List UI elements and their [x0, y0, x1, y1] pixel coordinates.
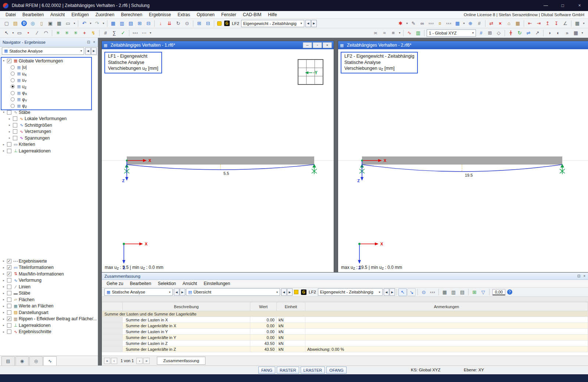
guide-lines-icon[interactable]: ⋯ — [140, 29, 148, 37]
result-component-row[interactable]: ▦ |u| — [0, 64, 98, 71]
expander-icon[interactable]: ▸ — [1, 330, 6, 334]
zoom-values-icon[interactable]: ⊙ — [419, 288, 428, 296]
rotate-object-icon[interactable]: ↻ — [516, 29, 524, 37]
expander-icon[interactable]: ▸ — [1, 298, 6, 301]
separator[interactable] — [78, 20, 78, 27]
separator[interactable] — [52, 30, 52, 36]
table-export-icon[interactable]: ▤ — [127, 19, 135, 27]
redo-icon[interactable]: ↷ — [93, 19, 101, 27]
navigator-header[interactable]: Navigator - Ergebnisse ⊡ × — [0, 38, 98, 47]
result-component-row[interactable]: ▦ uY — [0, 77, 98, 84]
analysis-combo[interactable]: ▦ Statische Analyse ▾ — [104, 288, 173, 296]
tree-item[interactable]: ▸ ▥ Rippen - Effektiver Beitrag auf Fläc… — [0, 316, 98, 322]
separator[interactable] — [397, 289, 397, 295]
next-table-button[interactable]: ▶ — [287, 288, 293, 296]
render-wire-icon[interactable]: ◐ — [554, 29, 563, 37]
menu-item[interactable]: Ergebnisse — [146, 11, 174, 19]
undo-icon[interactable]: ↶ — [80, 19, 89, 27]
sync-view-icon[interactable]: ↘ — [407, 288, 416, 296]
checkbox[interactable] — [7, 278, 11, 282]
expander-icon[interactable]: ▸ — [1, 324, 6, 327]
edit-pen-icon[interactable]: ✎ — [409, 19, 418, 27]
expander-icon[interactable]: ▸ — [7, 130, 12, 133]
insert-node-icon[interactable]: + — [80, 29, 89, 37]
next-analysis-button[interactable]: ▶ — [91, 47, 97, 55]
separator[interactable] — [417, 289, 418, 295]
table-view-combo[interactable]: ▤ Übersicht ▾ — [186, 288, 280, 296]
menu-item[interactable]: Berechnen — [118, 11, 146, 19]
result-component-row[interactable]: ▦ φX — [0, 90, 98, 97]
loadcase-color-chip[interactable] — [217, 21, 222, 26]
load-generator-icon[interactable]: ⇊ — [165, 19, 174, 27]
tree-item[interactable]: ▸ ▱ Flächen — [0, 296, 98, 303]
checkbox[interactable] — [7, 149, 11, 153]
summary-menu-item[interactable]: Gehe zu — [103, 280, 126, 288]
tree-item[interactable]: ▸ ⇅ Max/Min-Informationen — [0, 271, 98, 277]
table-manager-icon[interactable]: ▦ — [109, 19, 118, 27]
next-loadcase-button[interactable]: ▶ — [311, 20, 317, 27]
dlubal-logo-icon[interactable]: D — [21, 21, 27, 26]
checkbox[interactable] — [13, 129, 17, 134]
tree-item[interactable]: ▸ ▬ Stäbe — [0, 290, 98, 297]
radio-button[interactable] — [11, 65, 15, 69]
display-settings-icon[interactable]: ▦ — [573, 19, 582, 27]
prev-page-button[interactable]: ‹ — [111, 358, 117, 364]
checkbox[interactable] — [7, 317, 11, 321]
zoom-values-icon[interactable]: ⊕ — [466, 19, 475, 27]
scale-icon[interactable]: ↗ — [533, 29, 542, 37]
separator[interactable] — [468, 289, 469, 295]
summary-menu-item[interactable]: Selektion — [154, 280, 179, 288]
result-component-row[interactable]: ▦ φY — [0, 96, 98, 103]
radio-button[interactable] — [11, 72, 15, 76]
model-house-icon[interactable]: ⌂ — [505, 19, 513, 27]
lamp-icon[interactable]: ¤ — [436, 19, 444, 27]
result-values-icon[interactable]: x.x.x — [427, 19, 435, 27]
tree-item[interactable]: ▸ ⊥ Lagerreaktionen — [0, 322, 98, 329]
checkbox[interactable] — [7, 59, 11, 63]
expander-icon[interactable]: ▸ — [1, 292, 6, 295]
checkbox[interactable] — [7, 298, 11, 302]
zoom-icon[interactable]: ⊙ — [183, 19, 191, 27]
separator[interactable] — [214, 20, 214, 27]
tree-item[interactable]: ▾ ∿ Stäbe — [0, 109, 98, 116]
result-values-icon[interactable]: x.x.x — [428, 288, 437, 296]
radio-button[interactable] — [11, 97, 15, 101]
radio-button[interactable] — [11, 91, 15, 95]
help-icon[interactable]: ? — [507, 289, 512, 295]
checkbox[interactable] — [7, 329, 11, 334]
new-table-icon[interactable]: ▦ — [453, 19, 462, 27]
checkbox[interactable] — [7, 304, 11, 308]
separator[interactable] — [505, 30, 505, 36]
expander-icon[interactable]: ▾ — [1, 111, 6, 114]
expander-icon[interactable]: ▸ — [1, 311, 6, 314]
move-icon[interactable]: ╋ — [507, 29, 515, 37]
expander-icon[interactable]: ▸ — [7, 117, 12, 120]
table-row[interactable]: Summe der Lagerkräfte in X 0.00 kN — [102, 323, 588, 329]
model-canvas-2[interactable]: 19.5 X Z — [338, 49, 588, 272]
maximize-button[interactable]: □ — [554, 0, 571, 11]
tree-item[interactable]: ▸ ∕ Linien — [0, 284, 98, 290]
new-node-icon[interactable]: • — [24, 29, 33, 37]
window-restore-button[interactable]: ▫ — [313, 42, 322, 48]
tree-item[interactable]: ▸ ∿ Ergebnisschnitte — [0, 329, 98, 335]
generate-member-icon[interactable]: ✳ — [54, 29, 62, 37]
line-hidden-icon[interactable]: ≍ — [372, 29, 380, 37]
favorites-icon[interactable]: ✱ — [397, 19, 405, 27]
line-dashed-icon[interactable]: ≈ — [380, 29, 389, 37]
menu-item[interactable]: CAD-BIM — [240, 11, 265, 19]
separator[interactable] — [403, 30, 404, 36]
view-combo[interactable]: 1 - Global XYZ ▾ — [427, 29, 476, 37]
expander-icon[interactable]: ▸ — [1, 279, 6, 282]
separator[interactable] — [424, 30, 424, 36]
next-button[interactable]: ▶ — [180, 288, 185, 296]
window-layout-icon[interactable]: ⊞ — [195, 19, 204, 27]
move-copy-icon[interactable]: ⇄ — [487, 19, 496, 27]
dock-icon[interactable]: ⊡ — [87, 40, 90, 44]
view-table-icon[interactable]: ▦ — [572, 29, 580, 37]
select-caret[interactable]: ▾ — [11, 29, 15, 37]
separator[interactable] — [524, 20, 524, 27]
separator[interactable] — [193, 20, 193, 27]
model-window-1[interactable]: ▦ Zeitabhängiges Verhalten - 1.rf6* ─ ▫ … — [102, 41, 334, 272]
window-close-button[interactable]: × — [323, 42, 332, 48]
prev-loadcase-button[interactable]: ◀ — [384, 288, 389, 296]
